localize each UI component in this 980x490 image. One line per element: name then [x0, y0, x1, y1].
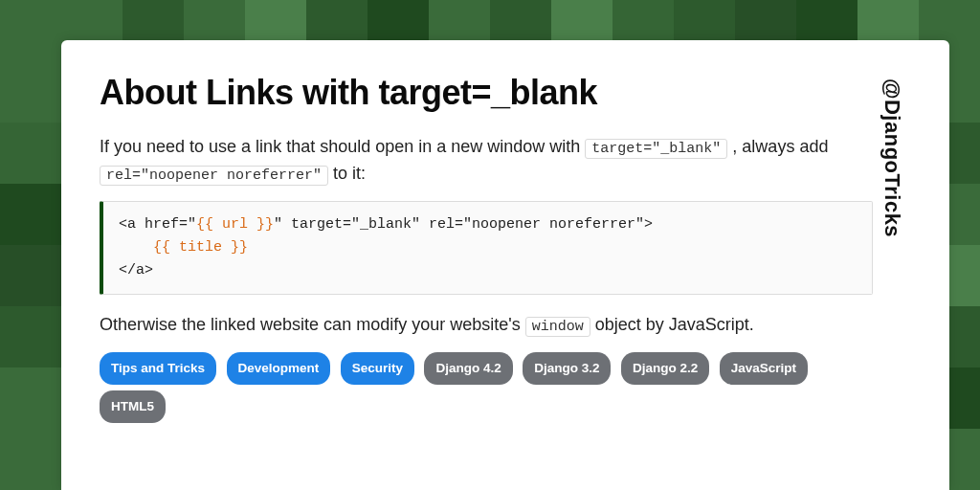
code-l1c: " target="_blank" rel="noopener noreferr… — [274, 216, 653, 233]
tag-html5[interactable]: HTML5 — [100, 390, 166, 423]
author-handle[interactable]: @DjangoTricks — [880, 78, 904, 237]
code-l2a — [119, 239, 153, 256]
code-l1a: <a href=" — [119, 216, 196, 233]
tag-tips-and-tricks[interactable]: Tips and Tricks — [100, 352, 216, 385]
inline-code-target-blank: target="_blank" — [585, 139, 727, 159]
article-card: About Links with target=_blank If you ne… — [61, 40, 949, 490]
code-template-url: {{ url }} — [196, 216, 274, 233]
lead-text-3: to it: — [328, 164, 366, 183]
tag-list: Tips and Tricks Development Security Dja… — [100, 352, 873, 429]
inline-code-rel: rel="noopener noreferrer" — [100, 166, 328, 186]
article-title: About Links with target=_blank — [100, 73, 873, 113]
code-block: <a href="{{ url }}" target="_blank" rel=… — [100, 201, 873, 295]
article-content: About Links with target=_blank If you ne… — [100, 73, 873, 461]
lead-text-2: , always add — [727, 137, 828, 156]
lead-paragraph: If you need to use a link that should op… — [100, 134, 873, 188]
tag-django-2-2[interactable]: Django 2.2 — [621, 352, 709, 385]
code-template-title: {{ title }} — [153, 239, 248, 256]
tag-security[interactable]: Security — [341, 352, 414, 385]
inline-code-window: window — [525, 317, 590, 337]
lead-text-1: If you need to use a link that should op… — [100, 137, 585, 156]
tag-django-3-2[interactable]: Django 3.2 — [523, 352, 611, 385]
tag-javascript[interactable]: JavaScript — [720, 352, 808, 385]
outro-paragraph: Otherwise the linked website can modify … — [100, 312, 873, 339]
outro-text-1: Otherwise the linked website can modify … — [100, 315, 525, 334]
outro-text-2: object by JavaScript. — [590, 315, 754, 334]
author-handle-sidebar: @DjangoTricks — [873, 73, 911, 461]
tag-development[interactable]: Development — [227, 352, 331, 385]
code-l3: </a> — [119, 262, 153, 278]
tag-django-4-2[interactable]: Django 4.2 — [424, 352, 512, 385]
